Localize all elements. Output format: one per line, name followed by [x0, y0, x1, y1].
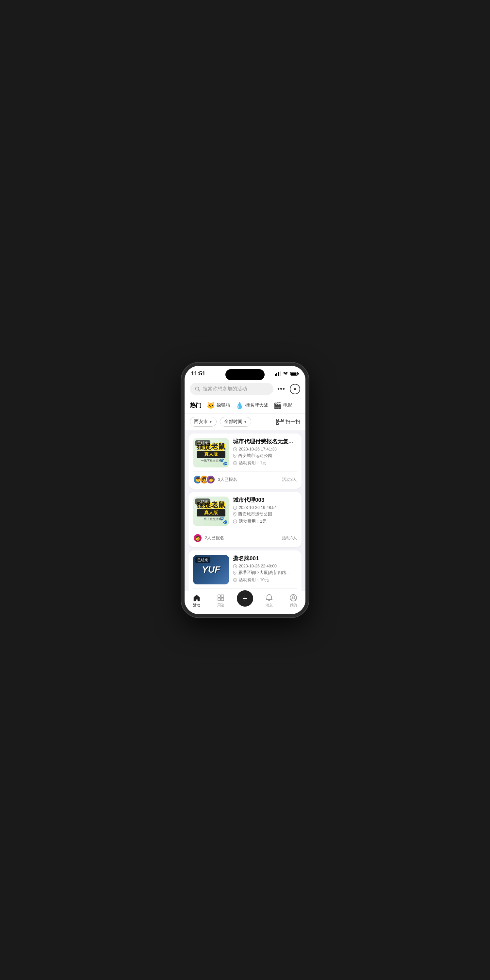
status-icons: [275, 371, 299, 376]
location-icon-2: [233, 512, 237, 517]
filters: 西安市 ▼ 全部时间 ▼ 扫一扫: [185, 414, 305, 430]
hot-label: 热门: [190, 401, 202, 409]
svg-text:¥: ¥: [235, 521, 236, 523]
svg-rect-38: [218, 595, 221, 598]
nav-messages-label: 消息: [266, 603, 273, 608]
nav-add[interactable]: +: [236, 595, 254, 607]
attendee-count-2: 2人已报名: [205, 535, 224, 541]
tag-hide-cat[interactable]: 🐱 躲猫猫: [207, 401, 230, 409]
nav-activities-label: 活动: [193, 603, 200, 608]
time-arrow-icon: ▼: [244, 420, 247, 424]
scan-small-icon: [276, 419, 283, 425]
svg-rect-2: [278, 372, 279, 376]
scan-btn-label: 扫一扫: [285, 419, 300, 425]
card-location-2: 西安城市运动公园: [233, 512, 297, 517]
card-image-2: 已结束 猫捉老鼠 真人版 一线下社交游戏 🐾: [193, 496, 229, 526]
cat-subtitle-2: 真人版: [197, 509, 225, 517]
location-icon-3: [233, 571, 237, 575]
svg-rect-5: [298, 373, 299, 375]
bottom-nav: 活动 周边 + 消息: [185, 591, 305, 614]
card-location-3: 雁塔区朗臣大厦(高新四路...: [233, 570, 297, 576]
card-info-3: 撕名牌001 2023-10-26 22:40:00: [233, 555, 297, 584]
tag-torn-badge[interactable]: 💧 撕名牌大战: [235, 401, 268, 409]
phone-frame: 11:51: [181, 363, 309, 617]
clock-icon-2: [233, 506, 237, 510]
card-top-3: 已结束 YUF 撕名牌001 2023-10-26 22:40: [193, 555, 297, 584]
city-filter-label: 西安市: [194, 419, 208, 425]
phone-screen: 11:51: [185, 366, 305, 614]
card-datetime-2: 2023-10-26 19:48:54: [233, 505, 297, 510]
activity-card-1[interactable]: 已结束 猫捉老鼠 真人版 一线下社交游戏 🐾 城市代理付费报名无复...: [188, 433, 302, 489]
time-filter[interactable]: 全部时间 ▼: [220, 417, 251, 426]
tag-movie-label: 电影: [283, 402, 293, 408]
svg-rect-40: [221, 595, 224, 598]
svg-point-16: [234, 455, 235, 456]
clock-icon-3: [233, 564, 237, 568]
scan-btn[interactable]: 扫一扫: [276, 419, 300, 425]
nav-activities[interactable]: 活动: [188, 594, 206, 608]
fee-icon-3: ¥: [233, 578, 237, 582]
svg-rect-39: [218, 598, 221, 601]
svg-point-43: [293, 596, 295, 598]
svg-rect-41: [221, 598, 224, 601]
svg-text:¥: ¥: [235, 579, 236, 581]
card-title-3: 撕名牌001: [233, 555, 297, 562]
nav-messages[interactable]: 消息: [260, 594, 278, 608]
wifi-icon: [283, 371, 288, 376]
ended-badge-1: 已结束: [195, 440, 210, 446]
svg-line-27: [235, 566, 236, 567]
ended-badge-2: 已结束: [195, 498, 210, 505]
add-icon: +: [242, 594, 248, 603]
nav-profile[interactable]: 我的: [285, 594, 302, 608]
ended-badge-3: 已结束: [195, 557, 210, 563]
card-fee-3: ¥ 活动费用：10元: [233, 577, 297, 583]
svg-rect-6: [291, 373, 297, 375]
card-title-1: 城市代理付费报名无复...: [233, 438, 297, 445]
avatar-group-2: 👩: [193, 533, 202, 542]
location-icon-1: [233, 454, 237, 458]
search-icon: [195, 387, 200, 392]
cat-subtitle-1: 真人版: [197, 451, 225, 458]
svg-point-28: [234, 572, 235, 573]
nav-profile-label: 我的: [290, 603, 297, 608]
svg-line-21: [235, 508, 236, 508]
search-bar[interactable]: 搜索你想参加的活动: [190, 383, 274, 395]
scan-button[interactable]: [290, 384, 300, 394]
avatar-group-1: 👦 👧 🧑: [193, 475, 215, 484]
sports-title-3: YUF: [202, 565, 220, 575]
attendees-1: 👦 👧 🧑 3人已报名: [193, 475, 237, 484]
more-icon[interactable]: •••: [277, 385, 285, 393]
card-image-1: 已结束 猫捉老鼠 真人版 一线下社交游戏 🐾: [193, 438, 229, 468]
status-time: 11:51: [191, 371, 205, 377]
card-bg-1: 已结束 猫捉老鼠 真人版 一线下社交游戏 🐾: [193, 438, 229, 468]
card-top-2: 已结束 猫捉老鼠 真人版 一线下社交游戏 🐾 城市代理003: [193, 496, 297, 526]
svg-rect-9: [276, 419, 278, 421]
avatar-1c: 🧑: [206, 475, 215, 484]
svg-line-15: [235, 449, 236, 450]
tag-movie[interactable]: 🎬 电影: [274, 401, 293, 409]
clock-icon-1: [233, 447, 237, 452]
capacity-1: 活动3人: [282, 477, 297, 482]
signal-icon: [275, 371, 281, 376]
attendees-2: 👩 2人已报名: [193, 533, 224, 542]
svg-rect-10: [282, 419, 283, 421]
nav-nearby[interactable]: 周边: [212, 594, 230, 608]
tag-torn-badge-label: 撕名牌大战: [245, 402, 268, 408]
card-image-3: 已结束 YUF: [193, 555, 229, 584]
scan-dot: [294, 388, 296, 390]
search-placeholder: 搜索你想参加的活动: [203, 386, 247, 392]
top-icons: •••: [277, 384, 300, 394]
city-filter[interactable]: 西安市 ▼: [190, 417, 216, 426]
activity-list: 已结束 猫捉老鼠 真人版 一线下社交游戏 🐾 城市代理付费报名无复...: [185, 430, 305, 614]
city-arrow-icon: ▼: [209, 420, 212, 424]
card-top-1: 已结束 猫捉老鼠 真人版 一线下社交游戏 🐾 城市代理付费报名无复...: [193, 438, 297, 468]
card-bottom-2: 👩 2人已报名 活动3人: [193, 530, 297, 542]
svg-point-22: [234, 513, 235, 514]
nav-add-button[interactable]: +: [237, 590, 253, 607]
dynamic-island: [225, 369, 265, 380]
fee-icon-2: ¥: [233, 519, 237, 523]
card-bg-3: 已结束 YUF: [193, 555, 229, 584]
svg-rect-3: [280, 371, 281, 376]
card-info-2: 城市代理003 2023-10-26 19:48:54: [233, 496, 297, 526]
activity-card-2[interactable]: 已结束 猫捉老鼠 真人版 一线下社交游戏 🐾 城市代理003: [188, 492, 302, 547]
